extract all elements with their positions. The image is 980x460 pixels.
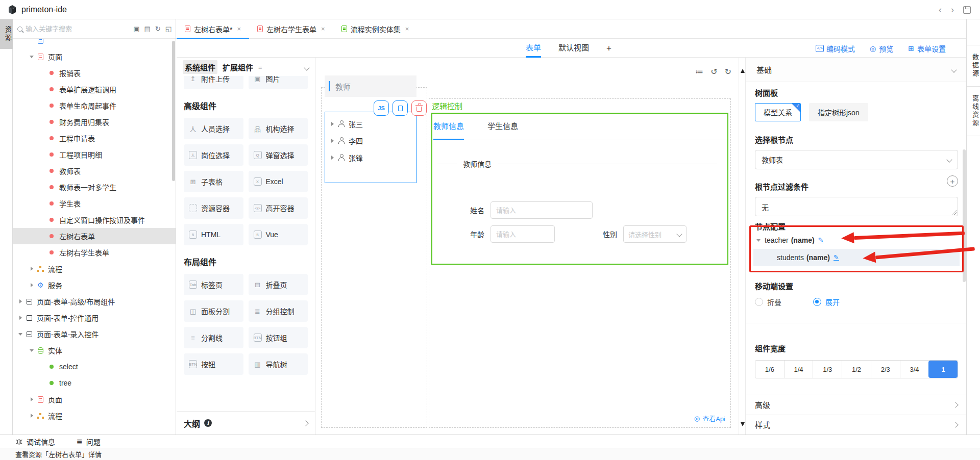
palette-item-导航树[interactable]: ▥导航树 bbox=[249, 353, 308, 375]
tab-teacher-info[interactable]: 教师信息 bbox=[433, 114, 464, 140]
section-advanced[interactable]: 高级 bbox=[746, 395, 966, 414]
right-caret-icon[interactable] bbox=[29, 267, 35, 271]
tree-item-实体[interactable]: 实体 bbox=[13, 342, 176, 359]
teacher-node-张三[interactable]: 张三 bbox=[325, 115, 416, 132]
width-option-3/4[interactable]: 3/4 bbox=[900, 361, 929, 378]
radio-off-icon[interactable] bbox=[755, 298, 763, 306]
palette-tab-system[interactable]: 系统组件 bbox=[183, 60, 217, 74]
tree-item-工程项目明细[interactable]: 工程项目明细 bbox=[13, 146, 176, 163]
palette-item-HTML[interactable]: 5HTML bbox=[184, 224, 243, 245]
palette-item-高开容器[interactable]: </>高开容器 bbox=[249, 197, 308, 219]
tree-item-服务[interactable]: ⚙服务 bbox=[13, 277, 176, 293]
scroll-up-icon[interactable] bbox=[741, 69, 745, 73]
tree-item-财务费用归集表[interactable]: 财务费用归集表 bbox=[13, 114, 176, 130]
radio-on-icon[interactable] bbox=[813, 298, 821, 306]
section-style[interactable]: 样式 bbox=[746, 415, 966, 434]
tree-item-教师表[interactable]: 教师表 bbox=[13, 163, 176, 179]
radio-expand[interactable]: 展开 bbox=[813, 297, 840, 307]
mode-tree-json-button[interactable]: 指定树形json bbox=[809, 103, 868, 121]
editor-tab-2[interactable]: 流程实例实体集× bbox=[333, 19, 418, 38]
right-caret-icon[interactable] bbox=[29, 283, 35, 287]
refresh-icon[interactable]: ↻ bbox=[155, 25, 161, 33]
width-option-1/2[interactable]: 1/2 bbox=[842, 361, 871, 378]
width-option-2/3[interactable]: 2/3 bbox=[871, 361, 900, 378]
save-icon[interactable] bbox=[963, 6, 971, 14]
inspector-scrollbar[interactable] bbox=[963, 149, 966, 282]
width-option-1[interactable]: 1 bbox=[928, 361, 958, 378]
down-caret-icon[interactable] bbox=[17, 333, 23, 336]
copy-widget-button[interactable] bbox=[393, 100, 408, 116]
right-caret-icon[interactable] bbox=[331, 139, 334, 143]
search-input[interactable] bbox=[26, 25, 130, 33]
right-caret-icon[interactable] bbox=[17, 299, 23, 303]
tree-item-clipped[interactable] bbox=[13, 39, 176, 48]
palette-item-图片[interactable]: ▣图片 bbox=[249, 76, 308, 89]
view-tab-1[interactable]: 默认视图 bbox=[558, 39, 589, 58]
tree-item-工程申请表[interactable]: 工程申请表 bbox=[13, 130, 176, 146]
collapse-panel-icon[interactable]: ◱ bbox=[165, 25, 172, 33]
palette-hamburger-icon[interactable]: ≡ bbox=[258, 63, 262, 71]
undo-icon[interactable]: ↺ bbox=[710, 67, 717, 76]
palette-item-面板分割[interactable]: ◫面板分割 bbox=[184, 300, 243, 322]
tree-item-页面[interactable]: 页面 bbox=[13, 391, 176, 407]
right-caret-icon[interactable] bbox=[331, 156, 334, 160]
edit-pencil-icon[interactable]: ✎ bbox=[834, 254, 839, 261]
tab-student-info[interactable]: 学生信息 bbox=[487, 114, 518, 140]
form-column-container[interactable]: 逻辑控制 教师信息 学生信息 教师信息 姓名 年龄 bbox=[429, 98, 731, 428]
tree-item-页面-表单-录入控件[interactable]: 页面-表单-录入控件 bbox=[13, 326, 176, 342]
tree-item-报销表[interactable]: 报销表 bbox=[13, 65, 176, 81]
editor-tab-0[interactable]: 左树右表单*× bbox=[177, 19, 249, 38]
radio-collapse[interactable]: 折叠 bbox=[755, 297, 781, 307]
structure-icon[interactable]: ≔ bbox=[695, 67, 703, 76]
tree-item-表单扩展逻辑调用[interactable]: 表单扩展逻辑调用 bbox=[13, 81, 176, 97]
add-view-button[interactable]: + bbox=[606, 43, 611, 54]
right-caret-icon[interactable] bbox=[331, 122, 334, 126]
teacher-tree-widget[interactable]: 张三李四张锋 bbox=[325, 112, 416, 183]
palette-item-资源容器[interactable]: 资源容器 bbox=[184, 197, 243, 219]
width-option-1/4[interactable]: 1/4 bbox=[784, 361, 813, 378]
palette-item-Vue[interactable]: 5Vue bbox=[249, 224, 308, 245]
width-option-1/6[interactable]: 1/6 bbox=[755, 361, 784, 378]
sidebar-scrollbar[interactable] bbox=[172, 41, 175, 181]
tree-item-自定义窗口操作按钮及事件[interactable]: 自定义窗口操作按钮及事件 bbox=[13, 212, 176, 228]
problems-button[interactable]: ≣ 问题 bbox=[77, 437, 101, 447]
view-tab-0[interactable]: 表单 bbox=[526, 39, 541, 58]
palette-tab-extended[interactable]: 扩展组件 bbox=[223, 62, 253, 72]
tree-item-页面[interactable]: 页面 bbox=[13, 48, 176, 65]
preview-button[interactable]: ◎ 预览 bbox=[869, 43, 893, 54]
palette-item-分割线[interactable]: ≡分割线 bbox=[184, 327, 243, 348]
right-caret-icon[interactable] bbox=[17, 316, 23, 320]
tree-item-学生表[interactable]: 学生表 bbox=[13, 195, 176, 212]
palette-item-附件上传[interactable]: ↥附件上传 bbox=[184, 76, 243, 89]
tree-item-流程[interactable]: 流程 bbox=[13, 407, 176, 424]
code-mode-button[interactable]: </> 编码模式 bbox=[816, 43, 855, 54]
right-caret-icon[interactable] bbox=[29, 397, 35, 401]
tree-item-表单生命周起事件[interactable]: 表单生命周起事件 bbox=[13, 97, 176, 114]
teacher-node-张锋[interactable]: 张锋 bbox=[325, 149, 416, 166]
outline-expand-icon[interactable] bbox=[303, 420, 308, 426]
tree-item-教师表一对多学生[interactable]: 教师表一对多学生 bbox=[13, 179, 176, 195]
form-settings-button[interactable]: ⊞ 表单设置 bbox=[908, 43, 946, 54]
tree-item-流程[interactable]: 流程 bbox=[13, 261, 176, 277]
rail-tab-resources[interactable]: 资源 bbox=[0, 19, 13, 49]
close-icon[interactable]: × bbox=[405, 25, 409, 33]
nav-back-icon[interactable]: ‹ bbox=[939, 5, 942, 15]
add-filter-icon[interactable]: + bbox=[947, 175, 958, 187]
palette-item-折叠页[interactable]: ⊟折叠页 bbox=[249, 274, 308, 295]
age-input[interactable] bbox=[491, 225, 555, 243]
scroll-down-icon[interactable] bbox=[741, 422, 745, 426]
mode-model-relation-button[interactable]: 模型关系 ✓ bbox=[755, 103, 801, 121]
palette-item-人员选择[interactable]: 人人员选择 bbox=[184, 118, 243, 139]
palette-item-按钮组[interactable]: BTN按钮组 bbox=[249, 327, 308, 348]
view-api-link[interactable]: ◎ 查看Api bbox=[694, 414, 725, 423]
logic-control-panel[interactable]: 教师信息 学生信息 教师信息 姓名 年龄 性别 bbox=[431, 113, 728, 265]
gender-select[interactable]: 请选择性别 bbox=[623, 225, 687, 243]
teacher-node-李四[interactable]: 李四 bbox=[325, 132, 416, 149]
import-icon[interactable]: ▣ bbox=[133, 25, 139, 33]
palette-item-按钮[interactable]: BTN按钮 bbox=[184, 353, 243, 375]
palette-item-子表格[interactable]: ⊞子表格 bbox=[184, 171, 243, 192]
palette-item-弹窗选择[interactable]: Q弹窗选择 bbox=[249, 144, 308, 166]
node-row-teacher[interactable]: teacher (name) ✎ bbox=[753, 232, 960, 249]
redo-icon[interactable]: ↻ bbox=[725, 67, 731, 76]
js-logic-button[interactable]: JS bbox=[374, 100, 389, 116]
